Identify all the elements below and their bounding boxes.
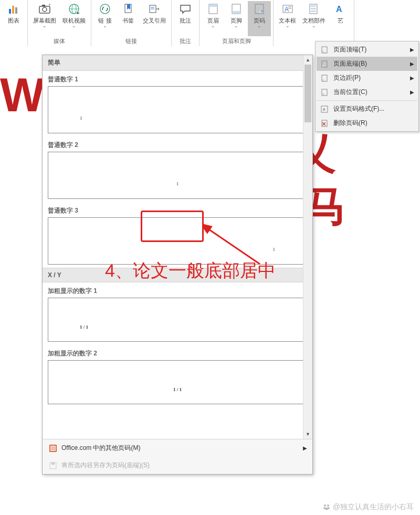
page-icon	[320, 60, 329, 68]
svg-text:A: A	[336, 5, 342, 14]
svg-point-51	[327, 505, 329, 507]
dropdown-item-label: 设置页码格式(F)...	[333, 104, 384, 113]
page-number-dropdown: 页面顶端(T)▶页面底端(B)▶页边距(P)▶当前位置(C)▶#设置页码格式(F…	[315, 41, 419, 132]
page-icon	[320, 88, 329, 97]
wordart-icon: A	[333, 2, 347, 16]
chevron-down-icon: ⌄	[103, 23, 107, 28]
more-label: Office.com 中的其他页码(M)	[61, 444, 140, 453]
menu-separator	[317, 100, 417, 101]
ribbon-textbox-button[interactable]: A文本框⌄	[276, 1, 299, 44]
svg-text:#: #	[261, 9, 263, 13]
svg-rect-33	[322, 51, 324, 52]
preview-page-number: 1	[273, 247, 276, 252]
comment-icon	[178, 2, 192, 16]
ribbon-header-button[interactable]: 页眉⌄	[202, 1, 225, 36]
save-selection-item: 将所选内容另存为页码(底端)(S)	[43, 457, 312, 474]
dropdown-item-label: 当前位置(C)	[333, 88, 368, 97]
dropdown-item-label: 删除页码(R)	[333, 119, 368, 128]
chevron-right-icon: ▶	[410, 75, 414, 81]
footer-icon	[229, 2, 243, 16]
page-icon	[320, 46, 329, 54]
ribbon-group: +屏幕截图⌄联机视频⌄媒体	[28, 0, 91, 46]
preview-page-number: 1 / 1	[80, 324, 88, 330]
scroll-down-icon[interactable]: ▼	[303, 429, 312, 439]
gallery-preview-left[interactable]: 1	[48, 86, 307, 133]
ribbon-group-label: 页眉和页脚	[222, 36, 251, 46]
crossref-icon	[148, 2, 161, 16]
chevron-down-icon: ⌄	[286, 23, 290, 28]
ribbon-btn-label: 艺	[338, 17, 343, 24]
chevron-right-icon: ▶	[410, 47, 414, 52]
dropdown-item[interactable]: 当前位置(C)▶	[317, 85, 417, 99]
textbox-icon: A	[281, 2, 295, 16]
parts-icon	[307, 2, 321, 16]
preview-page-number: 1	[80, 115, 82, 121]
gallery-scrollbar[interactable]: ▲ ▼	[303, 55, 312, 439]
svg-marker-10	[77, 12, 80, 14]
chart-icon	[7, 2, 20, 16]
gallery-preview-left[interactable]: 1 / 1	[48, 298, 307, 342]
gallery-preview-center[interactable]: 1 / 1	[48, 360, 307, 404]
dropdown-item-label: 页面底端(B)	[333, 59, 367, 68]
pagenum-icon: #	[253, 2, 266, 16]
ribbon-btn-label: 书签	[122, 17, 134, 24]
more-from-office-item[interactable]: Office.com 中的其他页码(M) ▶	[43, 439, 312, 457]
globe-icon	[67, 2, 81, 16]
gallery-item-label: 普通数字 3	[43, 202, 312, 217]
svg-rect-0	[9, 9, 11, 14]
save-label: 将所选内容另存为页码(底端)(S)	[61, 461, 150, 470]
chevron-down-icon: ⌄	[312, 23, 316, 28]
chevron-down-icon: ⌄	[257, 23, 261, 28]
chevron-down-icon: ⌄	[211, 23, 215, 28]
dropdown-item[interactable]: 删除页码(R)	[317, 116, 417, 130]
preview-page-number: 1 / 1	[173, 387, 182, 392]
ribbon-group: 链 接⌄书签交叉引用链接	[91, 0, 172, 46]
dropdown-item[interactable]: #设置页码格式(F)...	[317, 102, 417, 116]
svg-point-11	[100, 4, 110, 14]
svg-rect-17	[209, 4, 217, 7]
gallery-item-label: 加粗显示的数字 1	[43, 282, 312, 298]
paw-icon	[322, 503, 331, 511]
dropdown-item[interactable]: 页面底端(B)▶	[317, 57, 417, 71]
header-icon	[206, 2, 220, 16]
dropdown-item[interactable]: 页边距(P)▶	[317, 71, 417, 85]
chevron-down-icon: ⌄	[43, 23, 47, 28]
gallery-preview-center[interactable]: 1	[48, 152, 307, 199]
svg-rect-1	[12, 6, 14, 14]
svg-rect-28	[311, 5, 316, 7]
svg-rect-35	[322, 65, 324, 67]
save-icon	[48, 461, 58, 470]
scroll-thumb[interactable]	[304, 65, 311, 122]
ribbon-bookmark-button[interactable]: 书签	[117, 1, 140, 36]
gallery-item-label: 普通数字 1	[43, 71, 312, 86]
svg-point-54	[325, 508, 328, 510]
svg-point-4	[43, 7, 47, 12]
chevron-down-icon: ⌄	[72, 23, 76, 28]
ribbon-chart-button[interactable]: 图表	[2, 1, 25, 44]
ribbon-camera-button[interactable]: +屏幕截图⌄	[30, 1, 59, 36]
ribbon-footer-button[interactable]: 页脚⌄	[225, 1, 248, 36]
ribbon-comment-button[interactable]: 批注	[174, 1, 197, 36]
ribbon-link-button[interactable]: 链 接⌄	[93, 1, 117, 36]
ribbon-group-label: 批注	[180, 36, 191, 46]
page-icon	[320, 119, 329, 128]
chevron-right-icon: ▶	[410, 89, 414, 95]
svg-rect-48	[51, 463, 55, 465]
ribbon-group-label: 链接	[125, 36, 137, 46]
ribbon-wordart-button[interactable]: A艺	[329, 1, 352, 44]
gallery-preview-right[interactable]: 1	[48, 217, 307, 265]
ribbon-parts-button[interactable]: 文档部件⌄	[299, 1, 329, 44]
dropdown-item-label: 页面顶端(T)	[333, 45, 366, 54]
ribbon-group-label: 媒体	[54, 36, 65, 46]
ribbon-globe-button[interactable]: 联机视频⌄	[59, 1, 89, 36]
camera-icon: +	[38, 2, 51, 16]
ribbon-group: 批注批注	[172, 0, 200, 46]
svg-rect-5	[42, 5, 45, 6]
ribbon-crossref-button[interactable]: 交叉引用	[140, 1, 169, 36]
dropdown-item-label: 页边距(P)	[333, 73, 361, 82]
page-icon: #	[320, 105, 329, 113]
gallery-section-header: X / Y	[43, 268, 312, 282]
dropdown-item[interactable]: 页面顶端(T)▶	[317, 43, 417, 57]
ribbon-pagenum-button[interactable]: #页码⌄	[248, 1, 271, 36]
scroll-up-icon[interactable]: ▲	[303, 55, 312, 65]
